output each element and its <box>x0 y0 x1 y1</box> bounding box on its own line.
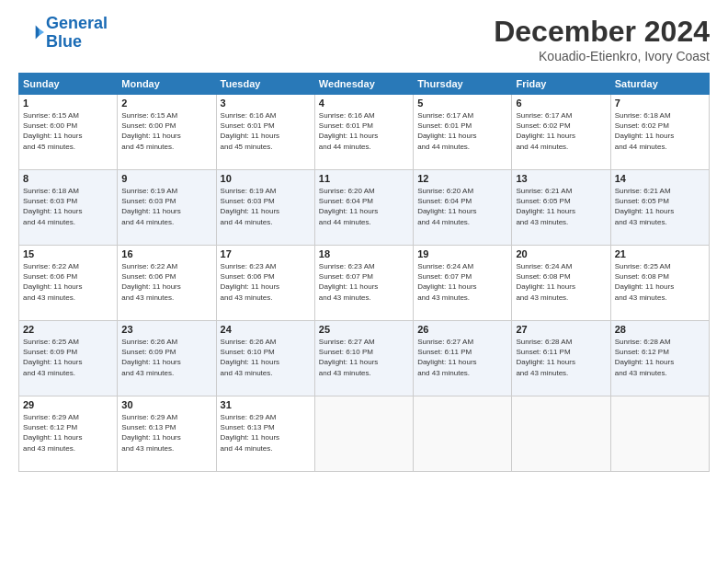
calendar-day-cell: 16Sunrise: 6:22 AM Sunset: 6:06 PM Dayli… <box>118 246 216 321</box>
calendar-day-cell: 4Sunrise: 6:16 AM Sunset: 6:01 PM Daylig… <box>314 95 413 170</box>
calendar-day-cell: 31Sunrise: 6:29 AM Sunset: 6:13 PM Dayli… <box>216 396 314 472</box>
day-number: 11 <box>319 173 409 184</box>
calendar-day-cell: 19Sunrise: 6:24 AM Sunset: 6:07 PM Dayli… <box>414 246 512 321</box>
day-number: 19 <box>417 248 507 259</box>
day-number: 10 <box>221 173 311 184</box>
calendar-day-cell: 21Sunrise: 6:25 AM Sunset: 6:08 PM Dayli… <box>610 246 709 321</box>
day-number: 21 <box>615 248 705 259</box>
calendar-day-header: Friday <box>512 74 610 95</box>
day-info: Sunrise: 6:26 AM Sunset: 6:09 PM Dayligh… <box>121 337 211 378</box>
calendar-day-cell: 12Sunrise: 6:20 AM Sunset: 6:04 PM Dayli… <box>414 170 512 246</box>
day-number: 27 <box>516 324 606 335</box>
calendar-day-header: Monday <box>118 74 216 95</box>
day-number: 22 <box>23 324 113 335</box>
day-info: Sunrise: 6:21 AM Sunset: 6:05 PM Dayligh… <box>516 186 606 227</box>
logo-line2: Blue <box>46 32 82 51</box>
calendar-week-row: 1Sunrise: 6:15 AM Sunset: 6:00 PM Daylig… <box>19 95 710 170</box>
day-number: 20 <box>516 248 606 259</box>
calendar-day-cell <box>512 396 610 472</box>
day-number: 18 <box>319 248 409 259</box>
day-number: 9 <box>121 173 211 184</box>
day-info: Sunrise: 6:29 AM Sunset: 6:13 PM Dayligh… <box>221 412 311 454</box>
calendar-day-header: Saturday <box>610 74 709 95</box>
day-info: Sunrise: 6:23 AM Sunset: 6:06 PM Dayligh… <box>221 261 311 303</box>
day-number: 24 <box>221 324 311 335</box>
day-info: Sunrise: 6:29 AM Sunset: 6:13 PM Dayligh… <box>121 412 211 454</box>
day-info: Sunrise: 6:18 AM Sunset: 6:03 PM Dayligh… <box>23 186 113 227</box>
day-number: 5 <box>417 98 507 109</box>
day-number: 15 <box>23 248 113 259</box>
calendar-day-cell <box>610 396 709 472</box>
day-info: Sunrise: 6:28 AM Sunset: 6:12 PM Dayligh… <box>615 337 705 378</box>
calendar-day-cell: 25Sunrise: 6:27 AM Sunset: 6:10 PM Dayli… <box>314 321 413 396</box>
day-number: 2 <box>121 98 211 109</box>
calendar-day-cell: 5Sunrise: 6:17 AM Sunset: 6:01 PM Daylig… <box>414 95 512 170</box>
day-info: Sunrise: 6:16 AM Sunset: 6:01 PM Dayligh… <box>319 110 409 152</box>
calendar-body: 1Sunrise: 6:15 AM Sunset: 6:00 PM Daylig… <box>19 95 710 472</box>
day-info: Sunrise: 6:20 AM Sunset: 6:04 PM Dayligh… <box>417 186 507 227</box>
day-number: 16 <box>121 248 211 259</box>
day-info: Sunrise: 6:28 AM Sunset: 6:11 PM Dayligh… <box>516 337 606 378</box>
calendar-day-cell: 8Sunrise: 6:18 AM Sunset: 6:03 PM Daylig… <box>19 170 118 246</box>
day-info: Sunrise: 6:24 AM Sunset: 6:08 PM Dayligh… <box>516 261 606 303</box>
day-info: Sunrise: 6:16 AM Sunset: 6:01 PM Dayligh… <box>221 110 311 152</box>
day-info: Sunrise: 6:22 AM Sunset: 6:06 PM Dayligh… <box>23 261 113 303</box>
calendar-day-cell: 11Sunrise: 6:20 AM Sunset: 6:04 PM Dayli… <box>314 170 413 246</box>
logo-line1: General <box>46 14 108 32</box>
calendar-day-cell: 29Sunrise: 6:29 AM Sunset: 6:12 PM Dayli… <box>19 396 118 472</box>
day-number: 1 <box>23 98 113 109</box>
day-info: Sunrise: 6:19 AM Sunset: 6:03 PM Dayligh… <box>221 186 311 227</box>
calendar-day-cell: 22Sunrise: 6:25 AM Sunset: 6:09 PM Dayli… <box>19 321 118 396</box>
calendar-week-row: 15Sunrise: 6:22 AM Sunset: 6:06 PM Dayli… <box>19 246 710 321</box>
header: General Blue December 2024 Kouadio-Etien… <box>18 15 710 63</box>
calendar-day-cell: 14Sunrise: 6:21 AM Sunset: 6:05 PM Dayli… <box>610 170 709 246</box>
day-number: 12 <box>417 173 507 184</box>
day-number: 4 <box>319 98 409 109</box>
calendar-day-cell <box>314 396 413 472</box>
calendar-week-row: 29Sunrise: 6:29 AM Sunset: 6:12 PM Dayli… <box>19 396 710 472</box>
calendar-day-cell: 20Sunrise: 6:24 AM Sunset: 6:08 PM Dayli… <box>512 246 610 321</box>
day-number: 3 <box>221 98 311 109</box>
calendar-day-cell: 6Sunrise: 6:17 AM Sunset: 6:02 PM Daylig… <box>512 95 610 170</box>
month-title: December 2024 <box>494 15 710 49</box>
day-number: 7 <box>615 98 705 109</box>
calendar-table: SundayMondayTuesdayWednesdayThursdayFrid… <box>18 73 710 472</box>
calendar-day-cell: 27Sunrise: 6:28 AM Sunset: 6:11 PM Dayli… <box>512 321 610 396</box>
calendar-header-row: SundayMondayTuesdayWednesdayThursdayFrid… <box>19 74 710 95</box>
day-number: 30 <box>121 399 211 410</box>
day-number: 8 <box>23 173 113 184</box>
calendar-day-cell: 13Sunrise: 6:21 AM Sunset: 6:05 PM Dayli… <box>512 170 610 246</box>
calendar-day-header: Wednesday <box>314 74 413 95</box>
location-subtitle: Kouadio-Etienkro, Ivory Coast <box>494 49 710 63</box>
day-info: Sunrise: 6:23 AM Sunset: 6:07 PM Dayligh… <box>319 261 409 303</box>
calendar-day-cell: 10Sunrise: 6:19 AM Sunset: 6:03 PM Dayli… <box>216 170 314 246</box>
calendar-week-row: 8Sunrise: 6:18 AM Sunset: 6:03 PM Daylig… <box>19 170 710 246</box>
day-info: Sunrise: 6:21 AM Sunset: 6:05 PM Dayligh… <box>615 186 705 227</box>
day-number: 17 <box>221 248 311 259</box>
day-number: 31 <box>221 399 311 410</box>
day-info: Sunrise: 6:29 AM Sunset: 6:12 PM Dayligh… <box>23 412 113 454</box>
day-number: 28 <box>615 324 705 335</box>
calendar-week-row: 22Sunrise: 6:25 AM Sunset: 6:09 PM Dayli… <box>19 321 710 396</box>
calendar-day-cell: 30Sunrise: 6:29 AM Sunset: 6:13 PM Dayli… <box>118 396 216 472</box>
calendar-day-header: Tuesday <box>216 74 314 95</box>
calendar-day-cell: 2Sunrise: 6:15 AM Sunset: 6:00 PM Daylig… <box>118 95 216 170</box>
calendar-day-cell: 1Sunrise: 6:15 AM Sunset: 6:00 PM Daylig… <box>19 95 118 170</box>
calendar-day-header: Sunday <box>19 74 118 95</box>
day-number: 23 <box>121 324 211 335</box>
calendar-day-cell: 9Sunrise: 6:19 AM Sunset: 6:03 PM Daylig… <box>118 170 216 246</box>
day-info: Sunrise: 6:27 AM Sunset: 6:11 PM Dayligh… <box>417 337 507 378</box>
title-block: December 2024 Kouadio-Etienkro, Ivory Co… <box>494 15 710 63</box>
day-number: 29 <box>23 399 113 410</box>
day-number: 25 <box>319 324 409 335</box>
day-info: Sunrise: 6:18 AM Sunset: 6:02 PM Dayligh… <box>615 110 705 152</box>
calendar-day-cell: 7Sunrise: 6:18 AM Sunset: 6:02 PM Daylig… <box>610 95 709 170</box>
day-info: Sunrise: 6:24 AM Sunset: 6:07 PM Dayligh… <box>417 261 507 303</box>
day-info: Sunrise: 6:19 AM Sunset: 6:03 PM Dayligh… <box>121 186 211 227</box>
calendar-day-header: Thursday <box>414 74 512 95</box>
day-info: Sunrise: 6:25 AM Sunset: 6:08 PM Dayligh… <box>615 261 705 303</box>
day-info: Sunrise: 6:15 AM Sunset: 6:00 PM Dayligh… <box>121 110 211 152</box>
day-info: Sunrise: 6:25 AM Sunset: 6:09 PM Dayligh… <box>23 337 113 378</box>
day-info: Sunrise: 6:17 AM Sunset: 6:01 PM Dayligh… <box>417 110 507 152</box>
day-info: Sunrise: 6:22 AM Sunset: 6:06 PM Dayligh… <box>121 261 211 303</box>
